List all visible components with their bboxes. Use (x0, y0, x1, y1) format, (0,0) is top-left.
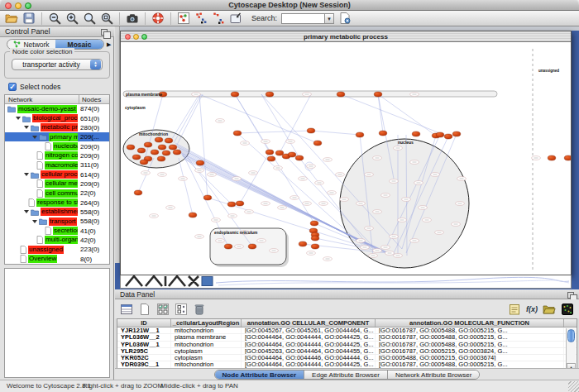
tree-expand-arrow-icon[interactable] (32, 136, 37, 139)
network-node[interactable] (548, 155, 556, 160)
network-node[interactable] (337, 92, 345, 97)
network-node[interactable] (132, 155, 141, 160)
unselect-attributes-icon[interactable] (175, 303, 188, 316)
network-node[interactable] (313, 141, 322, 146)
network-node[interactable] (379, 131, 387, 136)
tree-row[interactable]: cellular process614(0) (5, 170, 109, 179)
tree-row[interactable]: metabolic process280(0) (5, 123, 109, 132)
close-network-window-button[interactable] (125, 34, 131, 40)
network-node[interactable] (140, 160, 148, 165)
network-node[interactable] (155, 137, 163, 142)
birds-eye-view[interactable] (4, 268, 110, 378)
network-node[interactable] (144, 142, 152, 147)
matrix-view-icon[interactable] (561, 303, 574, 316)
network-node[interactable] (412, 131, 420, 136)
attribute-columns-icon[interactable] (120, 303, 133, 316)
network-node[interactable] (436, 132, 444, 137)
network-node[interactable] (311, 244, 319, 249)
tree-expand-arrow-icon[interactable] (24, 210, 29, 213)
network-node[interactable] (356, 132, 364, 137)
network-node[interactable] (137, 148, 146, 153)
network-node[interactable] (299, 241, 307, 246)
network-node[interactable] (307, 128, 315, 133)
tree-expand-arrow-icon[interactable] (24, 126, 29, 129)
table-row[interactable]: YLR295Ccytoplasm[GO:0045263, GO:0044464,… (117, 348, 577, 355)
search-options-icon[interactable] (338, 12, 352, 25)
close-window-button[interactable] (5, 2, 12, 9)
help-icon[interactable] (151, 12, 165, 25)
float-panel-icon[interactable] (101, 29, 108, 36)
snapshot-icon[interactable] (126, 12, 139, 25)
column-header-id[interactable]: ID (117, 319, 171, 327)
layout-nodes-b-icon[interactable] (212, 12, 225, 25)
tree-row[interactable]: primary metabo209(... (5, 132, 109, 141)
notes-icon[interactable] (508, 303, 521, 316)
zoom-in-icon[interactable] (65, 12, 79, 25)
network-node[interactable] (236, 201, 244, 206)
save-session-icon[interactable] (22, 12, 36, 25)
network-node[interactable] (189, 213, 197, 218)
network-node[interactable] (134, 190, 142, 195)
tree-expand-arrow-icon[interactable] (32, 220, 37, 223)
select-nodes-checkbox[interactable]: ✓ (8, 83, 17, 91)
network-node[interactable] (157, 156, 165, 161)
network-node[interactable] (224, 244, 232, 249)
network-node[interactable] (266, 92, 274, 97)
column-header-cellular-component[interactable]: annotation.GO CELLULAR_COMPONENT (242, 319, 376, 327)
import-attributes-icon[interactable] (543, 303, 556, 316)
tree-row[interactable]: secretion41(0) (5, 226, 109, 235)
tree-row[interactable]: transport558(0) (5, 217, 109, 226)
formula-builder-icon[interactable]: f(x) (526, 303, 538, 316)
network-node[interactable] (248, 244, 256, 249)
network-node[interactable] (311, 236, 319, 241)
network-node[interactable] (288, 152, 296, 157)
tree-row[interactable]: cell communicat22(0) (5, 189, 109, 198)
select-attributes-icon[interactable] (156, 303, 170, 316)
network-node[interactable] (203, 195, 212, 200)
tab-edge-attribute-browser[interactable]: Edge Attribute Browser (304, 370, 388, 379)
tree-row[interactable]: unassigned223(0) (5, 245, 109, 254)
network-node[interactable] (162, 151, 170, 155)
network-node[interactable] (374, 92, 382, 97)
column-header-region[interactable]: _cellularLayoutRegion (171, 319, 242, 327)
table-row[interactable]: YJR121W__1mitochondrion[GO:0045267, GO:0… (117, 327, 577, 334)
network-node[interactable] (227, 202, 236, 207)
tab-network-attribute-browser[interactable]: Network Attribute Browser (388, 370, 479, 379)
annotations-icon[interactable] (177, 12, 190, 25)
network-node[interactable] (173, 150, 181, 155)
zoom-out-icon[interactable] (48, 12, 61, 25)
tree-expand-arrow-icon[interactable] (24, 173, 29, 176)
zoom-to-fit-icon[interactable] (100, 12, 113, 25)
column-header-molecular-function[interactable]: annotation.GO MOLECULAR_FUNCTION (376, 319, 564, 327)
network-node[interactable] (231, 92, 239, 97)
tree-row[interactable]: response to stimulu264(0) (5, 198, 109, 207)
open-session-icon[interactable] (5, 12, 18, 25)
tree-row[interactable]: establishment of lo558(0) (5, 208, 109, 217)
search-input[interactable] (281, 13, 324, 24)
float-data-panel-icon[interactable] (567, 292, 574, 299)
search-dropdown-arrow[interactable]: ▼ (324, 13, 334, 24)
tree-row[interactable]: multi-organism pro42(0) (5, 236, 109, 245)
import-network-icon[interactable] (229, 12, 242, 25)
network-node[interactable] (267, 156, 275, 161)
network-node[interactable] (310, 221, 318, 226)
network-window-titlebar[interactable]: primary metabolic process (121, 31, 571, 42)
layout-nodes-a-icon[interactable] (194, 12, 208, 25)
network-node[interactable] (233, 131, 242, 136)
network-node[interactable] (196, 160, 204, 165)
tree-row[interactable]: nucleobase-209(0) (5, 141, 109, 151)
tree-row[interactable]: macromolecule311(0) (5, 160, 109, 170)
network-node[interactable] (452, 131, 461, 136)
network-node[interactable] (165, 138, 173, 143)
tree-row[interactable]: nitrogen compo209(0) (5, 151, 109, 160)
tree-row[interactable]: cellular metabo209(0) (5, 179, 109, 189)
network-node[interactable] (266, 150, 274, 155)
zoom-network-window-button[interactable] (141, 34, 147, 40)
table-scrollbar-thumb[interactable] (567, 329, 575, 342)
table-row[interactable]: YPL036W__1mitochondrion[GO:0044464, GO:0… (117, 342, 577, 348)
network-node[interactable] (158, 145, 166, 150)
delete-attribute-icon[interactable] (193, 303, 206, 316)
tree-row[interactable]: Overview8(0) (5, 255, 109, 264)
network-canvas[interactable]: plasma membranecytoplasmmitochondrionnuc… (121, 42, 571, 275)
network-node[interactable] (564, 155, 571, 160)
